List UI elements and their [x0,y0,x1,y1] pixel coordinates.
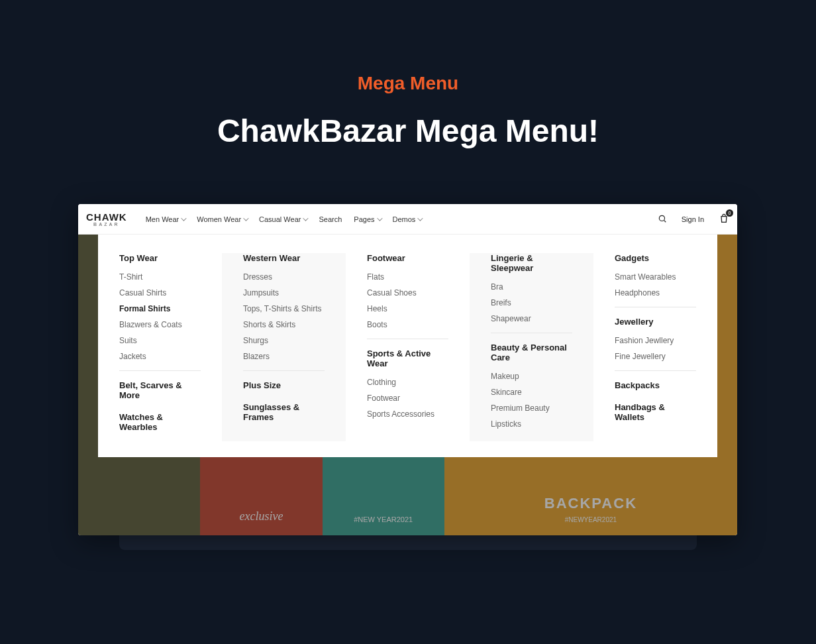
menu-item[interactable]: Smart Wearables [615,272,696,282]
menu-item[interactable]: Casual Shoes [367,288,448,297]
menu-item[interactable]: Flats [367,272,448,282]
browser-window: CHAWK BAZAR Men Wear Women Wear Casual W… [78,204,737,535]
menu-item[interactable]: Breifs [491,298,572,307]
nav: Men Wear Women Wear Casual Wear Search P… [146,215,422,223]
divider [615,307,696,307]
mega-col-topwear: Top Wear T-Shirt Casual Shirts Formal Sh… [98,253,222,441]
logo-main: CHAWK [86,211,127,223]
menu-item[interactable]: Shorts & Skirts [243,320,325,329]
col-header[interactable]: Footwear [367,253,448,263]
menu-item[interactable]: Blazers [243,352,325,361]
hero: Mega Menu ChawkBazar Mega Menu! [0,0,816,149]
nav-pages[interactable]: Pages [354,215,380,223]
col-header[interactable]: Top Wear [119,253,201,263]
menu-section[interactable]: Beauty & Personal Care [491,343,572,362]
menu-item[interactable]: Jackets [119,352,201,361]
menu-section[interactable]: Watches & Wearbles [119,412,201,432]
menu-item[interactable]: Lipsticks [491,419,572,429]
menu-item[interactable]: Suits [119,336,201,345]
topbar: CHAWK BAZAR Men Wear Women Wear Casual W… [78,204,737,235]
menu-item[interactable]: Boots [367,320,448,329]
chevron-down-icon [181,215,186,221]
nav-demos[interactable]: Demos [393,215,422,223]
mega-col-western: Western Wear Dresses Jumpsuits Tops, T-S… [222,253,346,441]
menu-item[interactable]: Dresses [243,272,325,282]
menu-item[interactable]: Clothing [367,378,448,387]
mega-col-gadgets: Gadgets Smart Wearables Headphones Jewel… [593,253,717,441]
mega-menu: Top Wear T-Shirt Casual Shirts Formal Sh… [98,235,717,457]
chevron-down-icon [377,215,382,221]
divider [119,370,201,371]
nav-women-wear[interactable]: Women Wear [197,215,247,223]
menu-section[interactable]: Sunglasses & Frames [243,402,325,422]
menu-item[interactable]: Skincare [491,388,572,397]
col-header[interactable]: Gadgets [615,253,696,263]
menu-item[interactable]: Fine Jewellery [615,352,696,361]
menu-item[interactable]: Bra [491,282,572,292]
menu-item[interactable]: Jumpsuits [243,288,325,297]
menu-item[interactable]: Tops, T-Shirts & Shirts [243,304,325,313]
hero-title: ChawkBazar Mega Menu! [0,113,816,149]
menu-item[interactable]: Casual Shirts [119,288,201,297]
mega-col-lingerie: Lingerie & Sleepwear Bra Breifs Shapewea… [470,253,593,441]
menu-item[interactable]: Headphones [615,288,696,297]
nav-men-wear[interactable]: Men Wear [146,215,185,223]
menu-item[interactable]: Heels [367,304,448,313]
menu-item[interactable]: Fashion Jewllery [615,336,696,345]
signin-link[interactable]: Sign In [682,215,704,223]
chevron-down-icon [418,215,423,221]
menu-section[interactable]: Belt, Scarves & More [119,380,201,400]
search-icon[interactable] [658,214,667,225]
menu-section[interactable]: Handbags & Wallets [615,402,696,422]
chevron-down-icon [243,215,248,221]
nav-search[interactable]: Search [319,215,342,223]
divider [491,333,572,333]
divider [615,370,696,371]
menu-item[interactable]: Premium Beauty [491,403,572,413]
menu-section[interactable]: Sports & Active Wear [367,349,448,368]
menu-item[interactable]: Sports Accessories [367,409,448,419]
logo[interactable]: CHAWK BAZAR [86,212,127,227]
menu-item[interactable]: Shapewear [491,314,572,323]
menu-item[interactable]: Blazwers & Coats [119,320,201,329]
menu-item[interactable]: Footwear [367,394,448,403]
divider [243,370,325,371]
col-header[interactable]: Lingerie & Sleepwear [491,253,572,273]
cart-badge: 0 [726,209,733,217]
menu-item[interactable]: Shurgs [243,336,325,345]
mega-col-footwear: Footwear Flats Casual Shoes Heels Boots … [346,253,470,441]
menu-section[interactable]: Plus Size [243,380,325,390]
menu-item[interactable]: Makeup [491,372,572,381]
menu-item[interactable]: Formal Shirts [119,304,201,313]
svg-point-0 [659,215,664,221]
menu-section[interactable]: Backpacks [615,380,696,390]
menu-item[interactable]: T-Shirt [119,272,201,282]
cart-button[interactable]: 0 [719,213,729,225]
topbar-right: Sign In 0 [658,213,729,225]
divider [367,339,448,339]
chevron-down-icon [303,215,309,221]
svg-line-1 [664,220,666,222]
nav-casual-wear[interactable]: Casual Wear [259,215,307,223]
logo-sub: BAZAR [86,222,127,227]
col-header[interactable]: Western Wear [243,253,325,263]
menu-section[interactable]: Jewellery [615,317,696,327]
hero-subtitle: Mega Menu [0,73,816,94]
